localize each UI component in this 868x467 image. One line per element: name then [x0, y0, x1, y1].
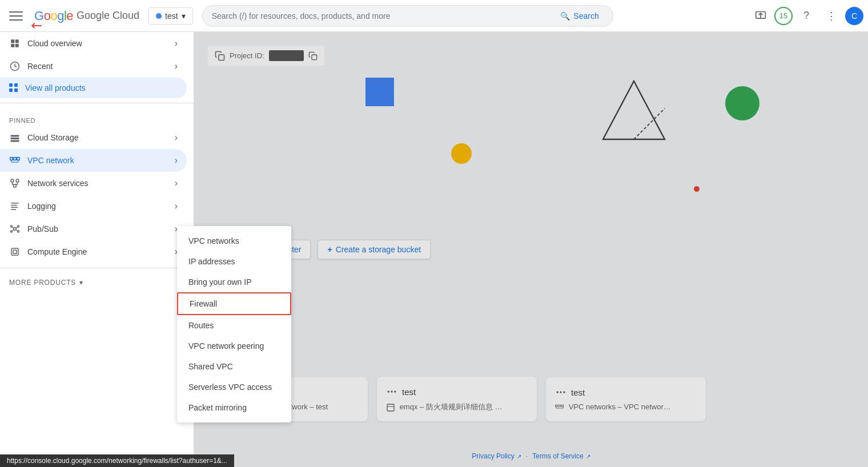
cloud-shell-button[interactable] — [749, 5, 772, 27]
main-layout: Cloud overview › Recent › View all produ… — [0, 32, 868, 467]
svg-rect-14 — [14, 158, 17, 160]
submenu-item-shared-vpc[interactable]: Shared VPC — [177, 356, 291, 377]
sidebar-item-pub-sub[interactable]: Pub/Sub › — [0, 218, 187, 240]
submenu-item-vpc-networks[interactable]: VPC networks — [177, 231, 291, 251]
vpc-submenu: VPC networks IP addresses Bring your own… — [177, 226, 291, 422]
chevron-right-icon: › — [175, 178, 178, 188]
more-options-button[interactable]: ⋮ — [820, 5, 843, 27]
svg-rect-20 — [16, 179, 19, 182]
submenu-item-ip-addresses[interactable]: IP addresses — [177, 251, 291, 272]
pinned-section-label: PINNED — [0, 108, 194, 126]
topbar-icons: 15 ? ⋮ C — [749, 5, 863, 27]
recent-label: Recent — [27, 62, 53, 71]
svg-rect-15 — [17, 158, 20, 160]
search-bar: 🔍 Search — [202, 5, 613, 27]
chevron-right-icon: › — [175, 61, 178, 71]
submenu-item-bring-your-own-ip[interactable]: Bring your own IP — [177, 272, 291, 292]
svg-rect-12 — [11, 140, 19, 142]
svg-rect-2 — [9, 19, 23, 21]
svg-rect-29 — [11, 209, 16, 210]
divider — [0, 103, 194, 103]
svg-rect-40 — [13, 250, 17, 253]
svg-line-36 — [16, 227, 17, 228]
svg-point-34 — [18, 231, 19, 232]
compute-icon — [9, 246, 21, 257]
google-cloud-logo: Google Google Cloud — [34, 9, 139, 23]
divider-2 — [0, 268, 194, 268]
svg-rect-0 — [9, 11, 23, 13]
cloud-wordmark: Google Cloud — [77, 10, 139, 22]
status-bar: https://console.cloud.google.com/network… — [0, 454, 234, 467]
sidebar-item-recent[interactable]: Recent › — [0, 55, 187, 78]
sidebar-item-cloud-overview[interactable]: Cloud overview › — [0, 32, 187, 55]
status-url: https://console.cloud.google.com/network… — [7, 457, 227, 465]
svg-line-37 — [13, 230, 14, 231]
submenu-item-packet-mirroring[interactable]: Packet mirroring — [177, 397, 291, 418]
view-all-label: View all products — [25, 83, 86, 92]
chevron-right-icon: › — [175, 132, 178, 143]
svg-rect-19 — [11, 179, 14, 182]
menu-button[interactable] — [5, 5, 27, 27]
project-selector[interactable]: test ▾ — [148, 7, 193, 25]
help-button[interactable]: ? — [795, 5, 818, 27]
svg-line-35 — [13, 227, 14, 228]
project-dot-icon — [156, 13, 162, 19]
svg-point-33 — [11, 231, 13, 232]
more-products-button[interactable]: MORE PRODUCTS ▾ — [0, 273, 194, 292]
avatar-letter: C — [851, 11, 857, 21]
vpc-network-label: VPC network — [27, 156, 74, 165]
search-label: Search — [573, 11, 598, 21]
svg-rect-5 — [11, 39, 14, 43]
svg-rect-27 — [11, 205, 17, 206]
svg-point-32 — [18, 226, 19, 227]
dashboard-icon — [9, 38, 21, 49]
vpc-icon — [9, 155, 21, 166]
svg-rect-7 — [11, 44, 14, 47]
cloud-storage-label: Cloud Storage — [27, 133, 79, 142]
notifications-badge[interactable]: 15 — [774, 7, 793, 25]
submenu-item-firewall[interactable]: Firewall — [177, 292, 291, 315]
chevron-right-icon: › — [175, 38, 178, 49]
compute-engine-label: Compute Engine — [27, 247, 87, 256]
sidebar-item-cloud-storage[interactable]: Cloud Storage › — [0, 126, 187, 149]
svg-line-38 — [16, 230, 17, 231]
svg-rect-11 — [11, 138, 19, 139]
pub-sub-label: Pub/Sub — [27, 224, 58, 234]
svg-rect-8 — [15, 44, 19, 47]
svg-rect-28 — [11, 207, 18, 208]
more-products-label: MORE PRODUCTS — [9, 279, 76, 287]
svg-rect-26 — [11, 203, 19, 204]
submenu-item-vpc-network-peering[interactable]: VPC network peering — [177, 336, 291, 356]
logging-label: Logging — [27, 202, 56, 211]
sidebar-item-compute-engine[interactable]: Compute Engine › — [0, 240, 187, 263]
chevron-down-icon: ▾ — [79, 279, 83, 287]
network-services-label: Network services — [27, 179, 89, 188]
sidebar-item-network-services[interactable]: Network services › — [0, 172, 187, 195]
search-input[interactable] — [212, 11, 556, 21]
content-area: Project ID: ████ + Create a GKE cluster … — [194, 32, 868, 467]
submenu-item-routes[interactable]: Routes — [177, 315, 291, 336]
network-services-icon — [9, 178, 21, 189]
svg-point-31 — [11, 226, 13, 227]
cloud-overview-label: Cloud overview — [27, 39, 82, 48]
chevron-right-icon: › — [175, 155, 178, 166]
search-button[interactable]: 🔍 Search — [556, 9, 603, 23]
overlay — [194, 32, 868, 467]
notif-count: 15 — [779, 11, 787, 20]
svg-rect-1 — [9, 15, 23, 17]
sidebar-item-logging[interactable]: Logging › — [0, 195, 187, 218]
svg-point-30 — [14, 228, 17, 231]
user-avatar[interactable]: C — [845, 7, 863, 25]
svg-rect-6 — [15, 39, 19, 43]
dropdown-arrow-icon: ▾ — [182, 11, 186, 21]
view-all-products-button[interactable]: View all products — [0, 78, 187, 98]
project-name: test — [165, 11, 178, 21]
submenu-item-serverless-vpc[interactable]: Serverless VPC access — [177, 377, 291, 397]
grid-icon — [9, 83, 18, 92]
clock-icon — [9, 61, 21, 72]
storage-icon — [9, 132, 21, 143]
sidebar: Cloud overview › Recent › View all produ… — [0, 32, 194, 467]
sidebar-item-vpc-network[interactable]: VPC network › — [0, 149, 187, 172]
chevron-right-icon: › — [175, 201, 178, 211]
topbar: ↙ Google Google Cloud test ▾ 🔍 Search 15… — [0, 0, 868, 32]
